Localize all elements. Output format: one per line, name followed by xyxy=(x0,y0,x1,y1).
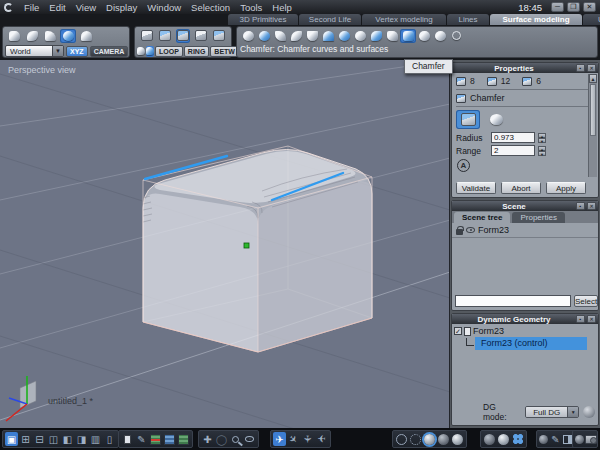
ruled-surface-icon[interactable] xyxy=(256,29,272,43)
panel-menu-icon[interactable]: ▪ xyxy=(576,64,585,72)
select-edges-icon[interactable] xyxy=(158,29,172,43)
pen-select-icon[interactable] xyxy=(137,46,145,57)
sweep-surface-icon[interactable] xyxy=(240,29,256,43)
coons-surface-icon[interactable] xyxy=(272,29,288,43)
scroll-up-icon[interactable]: ▲ xyxy=(589,74,597,83)
stepper-down-icon[interactable]: ▼ xyxy=(538,138,546,143)
scene-search-input[interactable] xyxy=(455,295,571,307)
scrollbar-thumb[interactable] xyxy=(590,84,596,136)
stepper-down-icon[interactable]: ▼ xyxy=(538,151,546,156)
range-input[interactable] xyxy=(491,145,535,156)
apply-button[interactable]: Apply xyxy=(546,182,586,194)
layout-right-main-icon[interactable]: ◨ xyxy=(75,432,88,446)
tab-scene-properties[interactable]: Properties xyxy=(512,212,564,223)
dg-mode-dropdown[interactable]: Full DG ▼ xyxy=(525,406,579,418)
minimize-icon[interactable]: ─ xyxy=(551,2,564,12)
area-select-icon[interactable] xyxy=(146,46,154,57)
scene-tree-row[interactable]: Form23 xyxy=(452,223,598,238)
crease-tool-icon[interactable] xyxy=(432,29,448,43)
lock-icon[interactable] xyxy=(456,229,463,235)
layout-h-split-icon[interactable]: ⊟ xyxy=(33,432,46,446)
dg-selected-item[interactable]: Form23 (control) xyxy=(475,337,587,350)
layout-rows-icon[interactable]: ▥ xyxy=(89,432,102,446)
range-stepper[interactable]: ▲ ▼ xyxy=(538,146,546,156)
smooth-tool-icon[interactable] xyxy=(368,29,384,43)
xyz-button[interactable]: XYZ xyxy=(66,46,88,57)
menu-selection[interactable]: Selection xyxy=(186,2,235,13)
birail-surface-icon[interactable] xyxy=(320,29,336,43)
grid-plane-x-icon[interactable] xyxy=(149,432,162,446)
selection-center-point[interactable] xyxy=(244,243,249,248)
select-object-icon[interactable] xyxy=(194,29,208,43)
layout-columns-icon[interactable]: ▯ xyxy=(103,432,116,446)
panel-close-icon[interactable]: ✕ xyxy=(587,64,596,72)
viewport-canvas[interactable] xyxy=(0,60,450,428)
bank-mode-icon[interactable]: ✈ xyxy=(301,433,315,446)
gordon-surface-icon[interactable] xyxy=(288,29,304,43)
chamfered-cube-object[interactable] xyxy=(143,146,372,352)
weld-tool-icon[interactable] xyxy=(448,29,464,43)
handset-tool-icon[interactable] xyxy=(24,29,40,43)
bevel-tool-icon[interactable] xyxy=(384,29,400,43)
menu-tools[interactable]: Tools xyxy=(235,2,267,13)
tab-second-life[interactable]: Second Life xyxy=(299,14,361,25)
menu-window[interactable]: Window xyxy=(142,2,186,13)
cone-tool-icon[interactable] xyxy=(42,29,58,43)
tab-lines[interactable]: Lines xyxy=(447,14,489,25)
layout-v-split-icon[interactable]: ◫ xyxy=(47,432,60,446)
auto-mode-icon[interactable]: A xyxy=(457,159,470,172)
between-button[interactable]: BETW xyxy=(210,46,239,57)
offset-tool-icon[interactable] xyxy=(416,29,432,43)
chevron-down-icon[interactable]: ▼ xyxy=(52,46,63,56)
maximize-icon[interactable]: ❐ xyxy=(567,2,580,12)
layout-quad-view-icon[interactable]: ⊞ xyxy=(19,432,32,446)
hidden-line-sphere-icon[interactable] xyxy=(409,432,422,446)
abort-button[interactable]: Abort xyxy=(501,182,541,194)
ghost-tool-icon[interactable] xyxy=(78,29,94,43)
land-mode-icon[interactable]: ✈ xyxy=(315,432,328,446)
zoom-magnifier-icon[interactable] xyxy=(229,432,242,446)
pan-move-icon[interactable]: ✚ xyxy=(201,432,214,446)
matte-sphere-icon[interactable] xyxy=(437,432,450,446)
close-icon[interactable]: ✕ xyxy=(583,2,596,12)
select-points-icon[interactable] xyxy=(140,29,154,43)
menu-view[interactable]: View xyxy=(71,2,101,13)
chamfer-tool-icon[interactable] xyxy=(400,29,416,43)
tab-surface-modeling[interactable]: Surface modeling xyxy=(490,14,582,25)
scene-item-label[interactable]: Form23 xyxy=(478,225,509,235)
wireframe-sphere-icon[interactable] xyxy=(395,432,408,446)
validate-button[interactable]: Validate xyxy=(456,182,496,194)
shaded-sphere-icon[interactable] xyxy=(423,432,436,446)
tab-scene-tree[interactable]: Scene tree xyxy=(454,212,510,223)
orbit-icon[interactable]: ◯ xyxy=(215,432,228,446)
scene-titlebar[interactable]: Scene ▪ ✕ xyxy=(452,201,598,211)
soft-selection-icon[interactable] xyxy=(212,29,226,43)
camera-snapshot-icon[interactable] xyxy=(585,432,597,446)
select-faces-icon[interactable] xyxy=(176,29,190,43)
dg-root-row[interactable]: ✓ Form23 xyxy=(452,324,598,336)
thickness-tool-icon[interactable] xyxy=(352,29,368,43)
menu-help[interactable]: Help xyxy=(267,2,297,13)
layout-single-view-icon[interactable]: ▣ xyxy=(5,432,18,446)
ring-button[interactable]: RING xyxy=(184,46,210,57)
tab-3d-primitives[interactable]: 3D Primitives xyxy=(228,14,298,25)
panel-menu-icon[interactable]: ▪ xyxy=(576,202,585,210)
tab-vertex-modeling[interactable]: Vertex modeling xyxy=(362,14,446,25)
grid-plane-z-icon[interactable] xyxy=(177,432,190,446)
render-sphere-icon[interactable] xyxy=(538,432,549,446)
perspective-viewport[interactable]: Perspective view untitled_1 * xyxy=(0,60,450,428)
panel-close-icon[interactable]: ✕ xyxy=(587,202,596,210)
dg-sphere-button[interactable] xyxy=(583,406,595,418)
menu-file[interactable]: File xyxy=(19,2,44,13)
material-sphere-icon[interactable] xyxy=(497,432,510,446)
panel-menu-icon[interactable]: ▪ xyxy=(576,315,585,323)
dg-titlebar[interactable]: Dynamic Geometry ▪ ✕ xyxy=(452,314,598,324)
chevron-down-icon[interactable]: ▼ xyxy=(567,407,578,417)
menu-edit[interactable]: Edit xyxy=(44,2,70,13)
globe-sphere-icon[interactable] xyxy=(575,432,584,446)
visibility-eye-icon[interactable] xyxy=(466,227,475,233)
extrude-surface-icon[interactable] xyxy=(336,29,352,43)
chamfer-mode-flat-icon[interactable] xyxy=(484,110,508,129)
bright-sphere-icon[interactable] xyxy=(451,432,464,446)
symmetry-flower-icon[interactable] xyxy=(511,432,524,446)
